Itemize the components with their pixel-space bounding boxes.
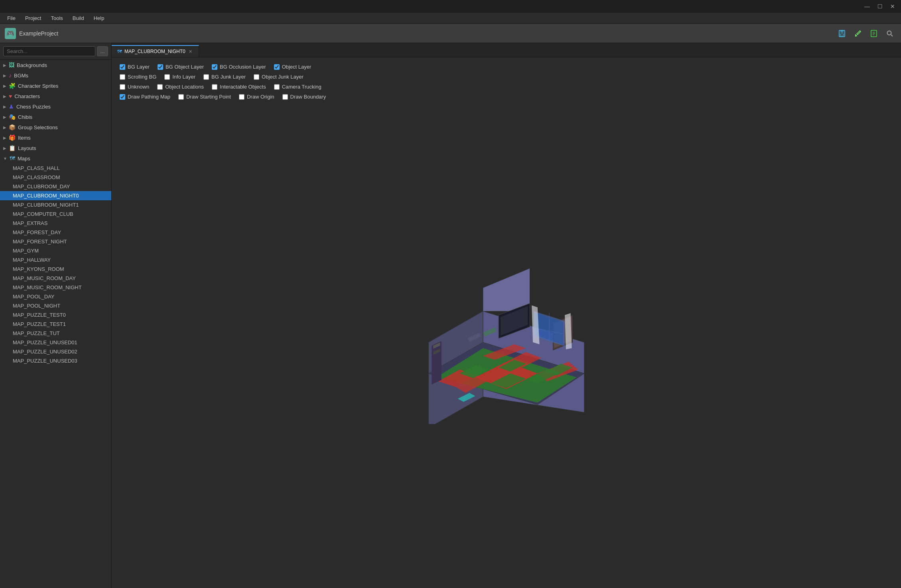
tree-item-map-gym[interactable]: MAP_GYM	[0, 246, 111, 255]
menu-help[interactable]: Help	[90, 14, 108, 22]
tree-item-map-extras[interactable]: MAP_EXTRAS	[0, 219, 111, 228]
checkbox-draw-origin[interactable]	[239, 94, 244, 100]
export-button[interactable]	[867, 27, 880, 40]
label-object-locations: Object Locations	[165, 84, 204, 90]
tree-item-map-forest-day[interactable]: MAP_FOREST_DAY	[0, 228, 111, 237]
close-button[interactable]: ✕	[887, 1, 898, 12]
tool-button[interactable]	[852, 27, 864, 40]
sidebar-item-backgrounds[interactable]: ▶ 🖼 Backgrounds	[0, 60, 111, 70]
toggle-object-layer[interactable]: Object Layer	[274, 64, 312, 70]
tree-item-map-classroom[interactable]: MAP_CLASSROOM	[0, 173, 111, 182]
content: 🗺 MAP_CLUBROOM_NIGHT0 ✕ BG LayerBG Objec…	[112, 43, 901, 588]
toggle-unknown[interactable]: Unknown	[120, 84, 149, 90]
minimize-button[interactable]: —	[862, 1, 872, 12]
save-button[interactable]	[836, 27, 848, 40]
checkbox-bg-occlusion-layer[interactable]	[212, 64, 217, 70]
checkbox-object-layer[interactable]	[274, 64, 280, 70]
toggle-draw-boundary[interactable]: Draw Boundary	[282, 94, 326, 100]
sidebar-item-items[interactable]: ▶ 🎁 Items	[0, 132, 111, 143]
arrow-icon: ▶	[3, 84, 6, 88]
tree-item-map-music-room-day[interactable]: MAP_MUSIC_ROOM_DAY	[0, 274, 111, 283]
sidebar-item-maps[interactable]: ▼ 🗺 Maps	[0, 153, 111, 164]
tree-item-map-pool-night[interactable]: MAP_POOL_NIGHT	[0, 301, 111, 310]
toggle-info-layer[interactable]: Info Layer	[164, 74, 195, 80]
checkbox-interactable-objects[interactable]	[212, 84, 217, 90]
tree-item-map-class-hall[interactable]: MAP_CLASS_HALL	[0, 164, 111, 173]
menu-bar: File Project Tools Build Help	[0, 13, 901, 24]
checkbox-bg-object-layer[interactable]	[158, 64, 163, 70]
toggle-draw-pathing-map[interactable]: Draw Pathing Map	[120, 94, 170, 100]
app-header: 🎮 ExampleProject	[0, 24, 901, 43]
checkbox-info-layer[interactable]	[164, 74, 170, 80]
checkbox-scrolling-bg[interactable]	[120, 74, 125, 80]
label-bg-object-layer: BG Object Layer	[166, 64, 204, 70]
tree-item-map-music-room-night[interactable]: MAP_MUSIC_ROOM_NIGHT	[0, 283, 111, 292]
sidebar: ... ▶ 🖼 Backgrounds ▶ ♪ BGMs ▶ 🧩 Charact…	[0, 43, 112, 588]
toggle-bg-occlusion-layer[interactable]: BG Occlusion Layer	[212, 64, 266, 70]
sidebar-label-items: Items	[18, 135, 31, 141]
canvas-area[interactable]: BG LayerBG Object LayerBG Occlusion Laye…	[112, 57, 901, 588]
toggle-camera-trucking[interactable]: Camera Trucking	[274, 84, 321, 90]
tree-item-map-puzzle-tut[interactable]: MAP_PUZZLE_TUT	[0, 329, 111, 338]
toggle-draw-starting-point[interactable]: Draw Starting Point	[178, 94, 231, 100]
search-options-button[interactable]: ...	[97, 46, 108, 56]
checkbox-draw-starting-point[interactable]	[178, 94, 184, 100]
toggle-bg-junk-layer[interactable]: BG Junk Layer	[203, 74, 246, 80]
checkbox-camera-trucking[interactable]	[274, 84, 280, 90]
toggle-bg-object-layer[interactable]: BG Object Layer	[158, 64, 204, 70]
checkbox-bg-junk-layer[interactable]	[203, 74, 209, 80]
tree-item-map-puzzle-unused03[interactable]: MAP_PUZZLE_UNUSED03	[0, 356, 111, 365]
sidebar-item-characters[interactable]: ▶ ♥ Characters	[0, 91, 111, 101]
checkbox-unknown[interactable]	[120, 84, 125, 90]
search-input[interactable]	[3, 46, 95, 56]
checkbox-bg-layer[interactable]	[120, 64, 125, 70]
checkbox-object-locations[interactable]	[157, 84, 163, 90]
toggle-draw-origin[interactable]: Draw Origin	[239, 94, 274, 100]
menu-tools[interactable]: Tools	[47, 14, 67, 22]
checkbox-draw-pathing-map[interactable]	[120, 94, 125, 100]
tree-item-map-puzzle-test0[interactable]: MAP_PUZZLE_TEST0	[0, 310, 111, 320]
global-search-button[interactable]	[883, 27, 896, 40]
tree-item-map-puzzle-unused02[interactable]: MAP_PUZZLE_UNUSED02	[0, 347, 111, 356]
tree-item-map-forest-night[interactable]: MAP_FOREST_NIGHT	[0, 237, 111, 246]
main: ... ▶ 🖼 Backgrounds ▶ ♪ BGMs ▶ 🧩 Charact…	[0, 43, 901, 588]
tree-item-map-clubroom-night1[interactable]: MAP_CLUBROOM_NIGHT1	[0, 200, 111, 209]
tab-close-button[interactable]: ✕	[188, 49, 193, 54]
maps-icon: 🗺	[10, 155, 15, 162]
menu-build[interactable]: Build	[69, 14, 88, 22]
sidebar-item-bgms[interactable]: ▶ ♪ BGMs	[0, 70, 111, 81]
menu-file[interactable]: File	[3, 14, 20, 22]
tab-map-clubroom-night0[interactable]: 🗺 MAP_CLUBROOM_NIGHT0 ✕	[112, 45, 199, 57]
toggle-interactable-objects[interactable]: Interactable Objects	[212, 84, 266, 90]
sidebar-item-chess-puzzles[interactable]: ▶ ♟ Chess Puzzles	[0, 101, 111, 112]
tree-item-map-clubroom-night0[interactable]: MAP_CLUBROOM_NIGHT0	[0, 191, 111, 200]
sidebar-item-layouts[interactable]: ▶ 📋 Layouts	[0, 143, 111, 153]
arrow-icon: ▶	[3, 136, 6, 140]
toggle-object-locations[interactable]: Object Locations	[157, 84, 204, 90]
layer-row-1: BG LayerBG Object LayerBG Occlusion Laye…	[120, 64, 893, 70]
characters-icon: ♥	[9, 93, 12, 99]
checkbox-object-junk-layer[interactable]	[254, 74, 259, 80]
toggle-scrolling-bg[interactable]: Scrolling BG	[120, 74, 156, 80]
sidebar-item-group-selections[interactable]: ▶ 📦 Group Selections	[0, 122, 111, 132]
tree-item-map-puzzle-test1[interactable]: MAP_PUZZLE_TEST1	[0, 320, 111, 329]
tree-item-map-clubroom-day[interactable]: MAP_CLUBROOM_DAY	[0, 182, 111, 191]
toggle-bg-layer[interactable]: BG Layer	[120, 64, 150, 70]
app-title: ExampleProject	[19, 30, 58, 37]
layouts-icon: 📋	[9, 145, 16, 151]
maximize-button[interactable]: ☐	[875, 1, 885, 12]
checkbox-draw-boundary[interactable]	[282, 94, 288, 100]
arrow-icon: ▶	[3, 73, 6, 78]
tree-item-map-kyons-room[interactable]: MAP_KYONS_ROOM	[0, 264, 111, 274]
label-object-layer: Object Layer	[282, 64, 312, 70]
sidebar-label-backgrounds: Backgrounds	[17, 62, 47, 68]
menu-project[interactable]: Project	[21, 14, 45, 22]
tree-item-map-pool-day[interactable]: MAP_POOL_DAY	[0, 292, 111, 301]
tree-item-map-computer-club[interactable]: MAP_COMPUTER_CLUB	[0, 209, 111, 219]
toggle-object-junk-layer[interactable]: Object Junk Layer	[254, 74, 304, 80]
tree-item-map-puzzle-unused01[interactable]: MAP_PUZZLE_UNUSED01	[0, 338, 111, 347]
sidebar-item-chibis[interactable]: ▶ 🎭 Chibis	[0, 112, 111, 122]
tree-item-map-hallway[interactable]: MAP_HALLWAY	[0, 255, 111, 264]
sidebar-label-group-selections: Group Selections	[18, 124, 58, 130]
sidebar-item-character-sprites[interactable]: ▶ 🧩 Character Sprites	[0, 81, 111, 91]
